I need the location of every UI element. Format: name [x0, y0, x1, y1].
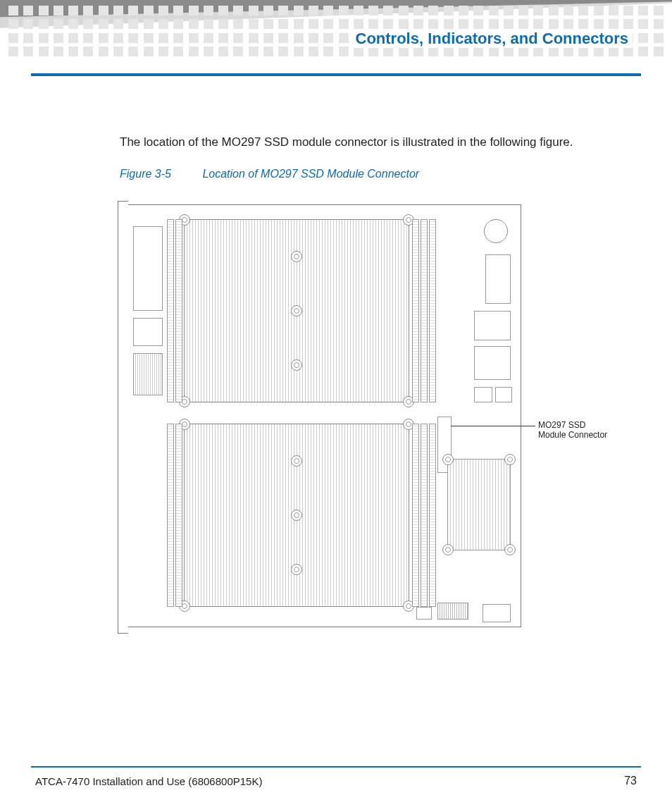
dimm-slot — [412, 219, 419, 402]
small-heatsink — [447, 459, 511, 550]
page: Controls, Indicators, and Connectors The… — [0, 0, 672, 807]
header-rule — [31, 73, 641, 76]
chip — [474, 387, 492, 402]
chip — [437, 603, 468, 620]
heatsink-top — [184, 219, 409, 402]
dimm-slot — [429, 424, 436, 607]
chip — [474, 311, 511, 340]
dimm-slot — [429, 219, 436, 402]
module-area — [133, 353, 163, 395]
callout-label: MO297 SSD Module Connector — [538, 420, 607, 441]
section-title: Controls, Indicators, and Connectors — [351, 30, 633, 48]
dimm-slot — [421, 219, 428, 402]
dimm-slot — [167, 219, 174, 402]
figure-title: Location of MO297 SSD Module Connector — [202, 168, 419, 180]
dimm-slot — [175, 424, 182, 607]
page-number: 73 — [624, 775, 637, 787]
coin-cell — [484, 219, 508, 243]
module-area — [133, 318, 163, 346]
connector-block — [485, 254, 511, 304]
figure-caption: Figure 3-5 Location of MO297 SSD Module … — [120, 168, 419, 180]
chip — [416, 607, 432, 620]
dimm-slot — [175, 219, 182, 402]
module-area — [133, 226, 163, 311]
figure-diagram: MO297 SSD Module Connector — [127, 197, 620, 648]
chip — [474, 346, 511, 380]
chip — [495, 387, 512, 402]
footer-doc-title: ATCA-7470 Installation and Use (6806800P… — [35, 775, 262, 787]
dimm-slot — [167, 424, 174, 607]
callout-leader — [451, 426, 535, 426]
heatsink-bottom — [184, 424, 409, 607]
board-outline — [127, 204, 521, 627]
dimm-slot — [412, 424, 419, 607]
figure-number: Figure 3-5 — [120, 168, 171, 180]
footer-rule — [31, 766, 641, 768]
dimm-slot — [421, 424, 428, 607]
callout-line2: Module Connector — [538, 430, 607, 440]
intro-paragraph: The location of the MO297 SSD module con… — [120, 135, 609, 149]
chip — [483, 604, 511, 622]
callout-line1: MO297 SSD — [538, 420, 585, 430]
